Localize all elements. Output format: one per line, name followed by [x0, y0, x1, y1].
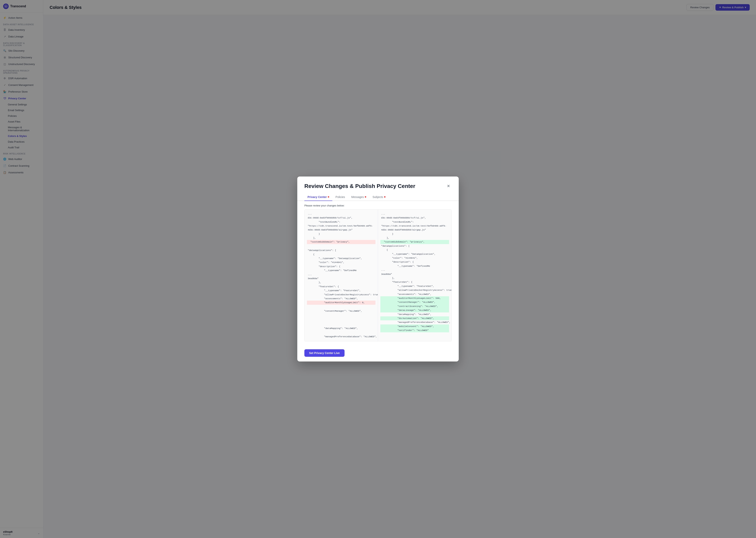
- diff-line: "__typename": "DefinedMe: [380, 264, 449, 268]
- diff-line-added: "mobileConsent": "ALLOWED",: [380, 324, 449, 328]
- diff-line: }: [380, 232, 449, 236]
- modal: Review Changes & Publish Privacy Center …: [297, 177, 459, 361]
- diff-line: "__typename": "DataApplication",: [380, 252, 449, 256]
- diff-line-added: "auditorMonthlyUsageLimit": 500,: [380, 296, 449, 300]
- diff-line: "https://cdn.transcend.io/cm-test/6efb04…: [307, 224, 375, 228]
- messages-tab-dot: [365, 196, 366, 197]
- diff-line: d3c-90dd-0a03f909dd68/tcf/ui.js",: [307, 216, 375, 220]
- modal-title: Review Changes & Publish Privacy Center: [305, 183, 415, 189]
- diff-line-added: "notifinder": "ALLOWED": [380, 328, 449, 332]
- diff-line: }: [307, 232, 375, 236]
- review-note: Please review your changes below:: [305, 204, 451, 207]
- diff-line-empty: [307, 318, 375, 322]
- diff-line-removed: "auditorMonthlyUsageLimit": 0,: [307, 300, 375, 304]
- diff-container: ... d3c-90dd-0a03f909dd68/tcf/ui.js", "t…: [305, 209, 451, 342]
- tab-privacy-center[interactable]: Privacy Center: [305, 193, 332, 201]
- diff-line: "featureSet": {: [307, 285, 375, 289]
- tab-messages-label: Messages: [351, 195, 364, 198]
- tab-subjects-label: Subjects: [372, 195, 383, 198]
- diff-line: "allowPrivateDockerRegistryAccess": true…: [380, 288, 449, 292]
- diff-line-added: "contractScanning": "ALLOWED",: [380, 304, 449, 308]
- diff-line: ...: [380, 268, 449, 272]
- diff-line: {: [307, 252, 375, 256]
- diff-line-removed: "customSubdomain": "privacy",: [307, 240, 375, 244]
- diff-line: "dataApplications": [: [307, 248, 375, 252]
- diff-line-empty: [307, 244, 375, 248]
- diff-line: ...: [307, 273, 375, 277]
- diff-line: ...: [307, 212, 375, 216]
- diff-line: 3ead68a": [380, 272, 449, 276]
- diff-line: ],: [307, 236, 375, 240]
- modal-header: Review Changes & Publish Privacy Center: [297, 177, 459, 193]
- diff-line: {: [380, 248, 449, 252]
- diff-line-added: "customSubdomain": "privacyy",: [380, 240, 449, 244]
- diff-line: "testBundleURL":: [380, 220, 449, 224]
- diff-line: 3ead68a": [307, 277, 375, 281]
- diff-line: "color": "#144841",: [307, 260, 375, 264]
- diff-line: },: [307, 281, 375, 285]
- diff-line: "description": {: [307, 265, 375, 269]
- diff-line: ],: [380, 236, 449, 240]
- diff-line: "__typename": "FeatureSet",: [380, 284, 449, 288]
- diff-line-empty: [307, 305, 375, 309]
- tab-subjects[interactable]: Subjects: [369, 193, 389, 201]
- diff-panel-left: ... d3c-90dd-0a03f909dd68/tcf/ui.js", "t…: [305, 210, 378, 341]
- diff-panel-right: ... d3c-90dd-0a03f909dd68/tcf/ui.js", "t…: [378, 210, 451, 341]
- diff-line: d3c-90dd-0a03f909dd68/tcf/ui.js",: [380, 216, 449, 220]
- diff-line: "consentManager": "ALLOWED",: [307, 309, 375, 313]
- privacy-center-tab-dot: [328, 196, 329, 197]
- diff-line: "__typename": "DefinedMe: [307, 269, 375, 272]
- modal-close-button[interactable]: [445, 183, 451, 189]
- diff-line-empty: [307, 322, 375, 326]
- diff-line: "allowPrivateDockerRegistryAccess": true…: [307, 293, 375, 297]
- diff-line: "dataMapping": "ALLOWED",: [380, 312, 449, 316]
- diff-line: "featureSet": {: [380, 280, 449, 284]
- diff-line: "__typename": "DataApplication",: [307, 256, 375, 260]
- diff-line: "testBundleURL":: [307, 220, 375, 224]
- subjects-tab-dot: [384, 196, 386, 197]
- diff-line: "color": "#144841",: [380, 256, 449, 260]
- modal-tabs: Privacy Center Policies Messages Subject…: [297, 193, 459, 201]
- diff-line: "managedPreferenceDatabase": "ALLOWED",: [307, 335, 375, 339]
- diff-line: "__typename": "FeatureSet",: [307, 289, 375, 293]
- diff-line: "dataApplications": [: [380, 244, 449, 248]
- diff-line: "assessments": "ALLOWED",: [307, 297, 375, 300]
- diff-line-empty: [307, 330, 375, 335]
- diff-line: },: [380, 276, 449, 280]
- diff-line-added: "consentManager": "ALLOWED",: [380, 300, 449, 304]
- diff-line-added: "dsrAutomation": "ALLOWED",: [380, 316, 449, 320]
- diff-line: "https://cdn.transcend.io/cm-test/6efb04…: [380, 224, 449, 228]
- tab-policies-label: Policies: [336, 195, 345, 198]
- set-privacy-center-live-button[interactable]: Set Privacy Center Live: [305, 349, 345, 357]
- diff-line: "description": {: [380, 260, 449, 264]
- modal-overlay[interactable]: Review Changes & Publish Privacy Center …: [0, 0, 756, 538]
- diff-line: "managedPreferenceDatabase": "ALLOWED",: [380, 320, 449, 324]
- diff-line: "assessments": "ALLOWED",: [380, 292, 449, 296]
- tab-messages[interactable]: Messages: [348, 193, 369, 201]
- tab-privacy-center-label: Privacy Center: [307, 195, 327, 198]
- diff-line: 4d3c-90dd-0a03f909dd68/airgap.js": [380, 228, 449, 232]
- diff-line: ...: [380, 212, 449, 216]
- diff-line-empty: [307, 313, 375, 318]
- modal-footer: Set Privacy Center Live: [297, 346, 459, 361]
- diff-line-added: "dataLineage": "ALLOWED",: [380, 308, 449, 312]
- diff-line: 4d3c-90dd-0a03f909dd68/airgap.js": [307, 228, 375, 232]
- tab-policies[interactable]: Policies: [332, 193, 348, 201]
- modal-body: Please review your changes below: ... d3…: [297, 201, 459, 346]
- diff-line: "dataMapping": "ALLOWED",: [307, 326, 375, 330]
